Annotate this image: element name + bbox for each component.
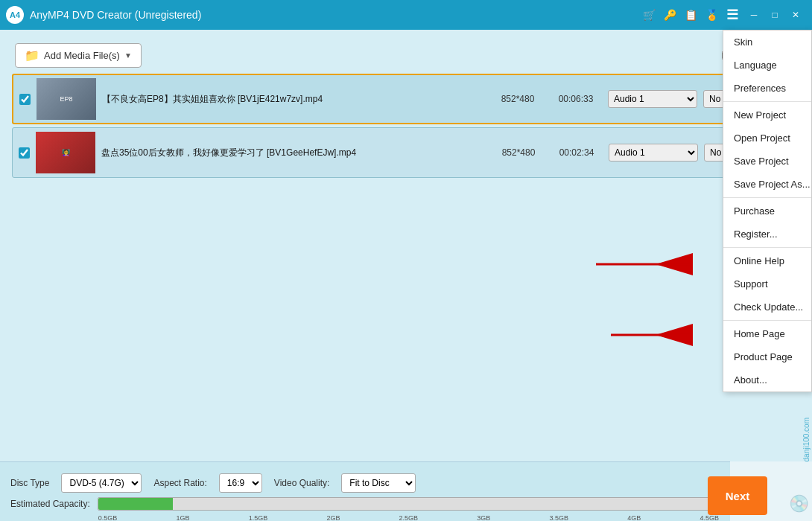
progress-label-2: 1.5GB — [249, 514, 268, 522]
menu-item-register[interactable]: Register... — [723, 223, 811, 246]
main-area: 📁 Add Media File(s) ▼ Check All ✕ EP8 【不… — [0, 30, 812, 461]
menu-divider-4 — [723, 320, 811, 321]
menu-item-new-project[interactable]: New Project — [723, 103, 811, 127]
file-thumbnail-2: 👩‍🏫 — [36, 132, 95, 173]
progress-label-7: 4GB — [627, 514, 641, 522]
titlebar-icons: 🛒 🔑 📋 🏅 ☰ — [641, 7, 740, 23]
menu-item-open-project[interactable]: Open Project — [723, 127, 811, 150]
bottom-settings-row: Disc Type DVD-5 (4.7G) DVD-9 (8.5G) Blu-… — [10, 473, 720, 493]
video-quality-select[interactable]: Fit to Disc High Quality Low Quality — [341, 473, 416, 493]
titlebar-controls: ─ □ ✕ — [743, 4, 806, 25]
next-btn-area: Next — [708, 476, 767, 515]
add-button-label: Add Media File(s) — [44, 50, 120, 61]
menu-item-online-help[interactable]: Online Help — [723, 249, 811, 272]
disc-icon-area: 💿 — [789, 494, 809, 514]
file-resolution-1: 852*480 — [492, 94, 544, 104]
menu-item-support[interactable]: Support — [723, 272, 811, 295]
disc-type-select[interactable]: DVD-5 (4.7G) DVD-9 (8.5G) Blu-ray 25G — [61, 473, 142, 493]
menu-divider-1 — [723, 101, 811, 102]
file-checkbox-1[interactable] — [19, 94, 31, 105]
disc-type-label: Disc Type — [10, 478, 49, 488]
bottom-bar: Disc Type DVD-5 (4.7G) DVD-9 (8.5G) Blu-… — [0, 461, 730, 521]
bottom-capacity-row: Estimated Capacity: 0.5GB 1GB 1.5GB 2GB … — [10, 497, 720, 511]
progress-label-4: 2.5GB — [399, 514, 419, 522]
menu-icon[interactable]: ☰ — [724, 7, 740, 23]
aspect-label: Aspect Ratio: — [153, 478, 206, 488]
key-icon[interactable]: 🔑 — [662, 7, 678, 23]
add-icon: 📁 — [25, 48, 39, 63]
titlebar: A4 AnyMP4 DVD Creator (Unregistered) 🛒 🔑… — [0, 0, 812, 30]
file-resolution-2: 852*480 — [492, 147, 545, 158]
menu-item-check-update[interactable]: Check Update... — [723, 295, 811, 319]
progress-label-0: 0.5GB — [98, 514, 118, 522]
menu-item-product-page[interactable]: Product Page — [723, 345, 811, 368]
file-name-1: 【不良女高EP8】其实姐姐喜欢你 [BV1jE421w7zv].mp4 — [102, 93, 486, 106]
toolbar: 📁 Add Media File(s) ▼ Check All ✕ — [7, 37, 805, 74]
app-dropdown-menu: Skin Language Preferences New Project Op… — [723, 30, 812, 392]
app-logo: A4 — [6, 6, 24, 24]
capacity-label: Estimated Capacity: — [10, 499, 90, 509]
audio-select-2[interactable]: Audio 1 — [609, 144, 698, 162]
file-name-2: 盘点35位00后女教师，我好像更爱学习了 [BV1GeeHefEJw].mp4 — [101, 147, 486, 159]
file-checkbox-2[interactable] — [19, 147, 30, 159]
menu-item-about[interactable]: About... — [723, 368, 811, 391]
close-button[interactable]: ✕ — [785, 4, 806, 25]
progress-label-3: 2GB — [326, 514, 340, 522]
next-button[interactable]: Next — [708, 476, 767, 515]
app-title: AnyMP4 DVD Creator (Unregistered) — [30, 9, 201, 21]
add-media-button[interactable]: 📁 Add Media File(s) ▼ — [15, 43, 142, 68]
disc-icon: 💿 — [789, 494, 809, 513]
file-audio-1: Audio 1 — [608, 90, 697, 108]
dropdown-arrow-icon: ▼ — [124, 51, 132, 60]
quality-label: Video Quality: — [274, 478, 330, 488]
file-duration-2: 00:02:34 — [551, 147, 603, 158]
medal-icon[interactable]: 🏅 — [703, 7, 720, 23]
menu-item-purchase[interactable]: Purchase — [723, 199, 811, 223]
minimize-button[interactable]: ─ — [743, 4, 764, 25]
file-duration-1: 00:06:33 — [550, 94, 602, 104]
menu-item-save-project-as[interactable]: Save Project As... — [723, 173, 811, 196]
menu-item-skin[interactable]: Skin — [723, 31, 811, 54]
menu-item-home-page[interactable]: Home Page — [723, 322, 811, 345]
table-row: EP8 【不良女高EP8】其实姐姐喜欢你 [BV1jE421w7zv].mp4 … — [12, 74, 800, 124]
menu-item-save-project[interactable]: Save Project — [723, 150, 811, 173]
file-thumbnail-1: EP8 — [37, 78, 96, 120]
maximize-button[interactable]: □ — [764, 4, 785, 25]
capacity-progress-track: 0.5GB 1GB 1.5GB 2GB 2.5GB 3GB 3.5GB 4GB … — [98, 497, 720, 511]
cart-icon[interactable]: 🛒 — [641, 7, 657, 23]
logo-text: A4 — [10, 10, 20, 19]
file-audio-2: Audio 1 — [609, 144, 698, 162]
file-list: EP8 【不良女高EP8】其实姐姐喜欢你 [BV1jE421w7zv].mp4 … — [7, 74, 805, 178]
aspect-ratio-select[interactable]: 16:9 4:3 — [219, 473, 262, 493]
titlebar-left: A4 AnyMP4 DVD Creator (Unregistered) — [6, 6, 201, 24]
progress-label-1: 1GB — [176, 514, 189, 522]
progress-label-6: 3.5GB — [550, 514, 569, 522]
menu-item-preferences[interactable]: Preferences — [723, 77, 811, 100]
clipboard-icon[interactable]: 📋 — [682, 7, 699, 23]
audio-select-1[interactable]: Audio 1 — [608, 90, 697, 108]
watermark: danji100.com — [802, 418, 811, 461]
menu-divider-2 — [723, 197, 811, 198]
menu-item-language[interactable]: Language — [723, 54, 811, 77]
table-row: 👩‍🏫 盘点35位00后女教师，我好像更爱学习了 [BV1GeeHefEJw].… — [12, 127, 800, 178]
menu-divider-3 — [723, 247, 811, 248]
progress-label-5: 3GB — [477, 514, 490, 522]
capacity-progress-fill — [98, 498, 173, 510]
